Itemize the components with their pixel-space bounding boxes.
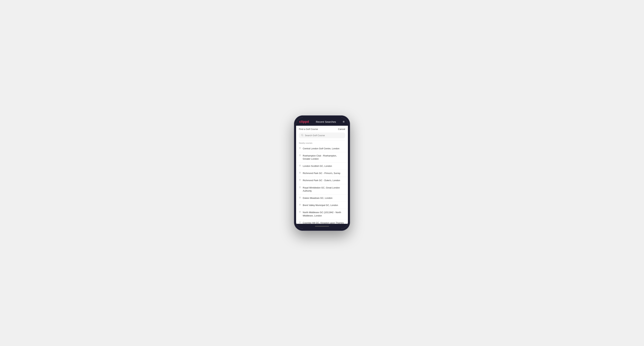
nearby-section-label: Nearby courses xyxy=(296,140,348,145)
course-name: Brent Valley Municipal GC, London xyxy=(303,204,338,207)
course-list-item[interactable]: Brent Valley Municipal GC, London xyxy=(296,202,348,209)
course-list-item[interactable]: Coombe Hill GC, Kingston upon Thames xyxy=(296,219,348,224)
course-name: Central London Golf Centre, London xyxy=(303,147,340,150)
course-name: Richmond Park GC - Prince's, Surrey xyxy=(303,172,340,175)
svg-point-11 xyxy=(300,222,300,223)
svg-point-4 xyxy=(300,165,300,166)
svg-point-3 xyxy=(300,155,300,156)
svg-point-5 xyxy=(300,173,300,173)
phone-frame: clippd Recent Searches ≡ Find a Golf Cou… xyxy=(294,115,350,231)
cancel-button[interactable]: Cancel xyxy=(338,128,345,130)
app-header: clippd Recent Searches ≡ xyxy=(296,118,348,126)
pin-icon xyxy=(299,147,301,150)
menu-icon[interactable]: ≡ xyxy=(343,120,345,123)
pin-icon xyxy=(299,172,301,175)
course-list: Central London Golf Centre, London Roeha… xyxy=(296,145,348,224)
svg-point-10 xyxy=(300,212,300,212)
app-title: Recent Searches xyxy=(316,120,336,123)
course-list-item[interactable]: Roehampton Club - Roehampton, Greater Lo… xyxy=(296,152,348,163)
course-list-item[interactable]: Dukes Meadows GC, London xyxy=(296,194,348,202)
course-list-item[interactable]: Richmond Park GC - Prince's, Surrey xyxy=(296,170,348,177)
course-name: London Scottish GC, London xyxy=(303,165,332,168)
course-list-item[interactable]: Royal Wimbledon GC, Great London Authori… xyxy=(296,184,348,194)
course-list-item[interactable]: North Middlesex GC (1011942 - North Midd… xyxy=(296,209,348,219)
course-name: Dukes Meadows GC, London xyxy=(303,196,332,200)
svg-point-6 xyxy=(300,180,300,180)
home-indicator xyxy=(296,224,348,229)
svg-point-8 xyxy=(300,197,300,198)
app-logo: clippd xyxy=(299,120,309,124)
course-list-item[interactable]: Richmond Park GC - Duke's, London xyxy=(296,177,348,184)
course-name: Royal Wimbledon GC, Great London Authori… xyxy=(303,186,345,192)
svg-point-2 xyxy=(300,148,300,148)
pin-icon xyxy=(299,197,301,200)
pin-icon xyxy=(299,204,301,207)
find-bar: Find a Golf Course Cancel xyxy=(296,126,348,132)
course-list-item[interactable]: Central London Golf Centre, London xyxy=(296,145,348,152)
svg-point-9 xyxy=(300,204,300,205)
course-name: Richmond Park GC - Duke's, London xyxy=(303,179,340,182)
search-icon xyxy=(301,134,304,137)
svg-point-7 xyxy=(300,187,300,187)
search-container xyxy=(296,132,348,140)
pin-icon xyxy=(299,165,301,168)
search-box xyxy=(299,133,345,138)
pin-icon xyxy=(299,154,301,157)
phone-screen: clippd Recent Searches ≡ Find a Golf Cou… xyxy=(296,118,348,229)
find-label: Find a Golf Course xyxy=(299,128,318,130)
content-area: Find a Golf Course Cancel Nearby c xyxy=(296,126,348,224)
course-name: Roehampton Club - Roehampton, Greater Lo… xyxy=(303,154,345,161)
pin-icon xyxy=(299,179,301,182)
pin-icon xyxy=(299,211,301,214)
course-name: North Middlesex GC (1011942 - North Midd… xyxy=(303,211,345,217)
svg-line-1 xyxy=(303,136,303,136)
home-bar xyxy=(315,226,329,227)
course-list-item[interactable]: London Scottish GC, London xyxy=(296,163,348,170)
search-input[interactable] xyxy=(305,134,343,137)
course-name: Coombe Hill GC, Kingston upon Thames xyxy=(303,221,344,224)
pin-icon xyxy=(299,221,301,224)
pin-icon xyxy=(299,186,301,189)
